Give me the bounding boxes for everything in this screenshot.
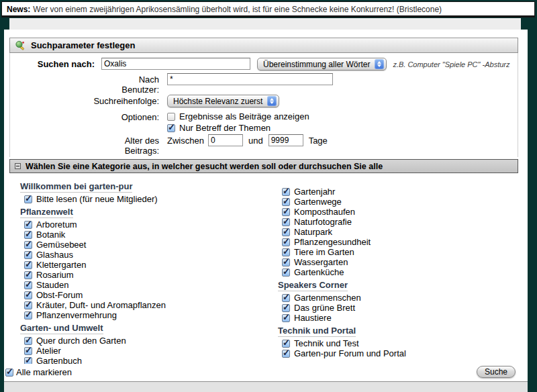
board-checkbox-item[interactable]: Obst-Forum	[24, 290, 278, 300]
order-select[interactable]: Höchste Relevanz zuerst	[167, 95, 279, 107]
checkbox[interactable]	[24, 241, 32, 249]
search-button[interactable]: Suche	[477, 366, 516, 378]
board-label: Gemüsebeet	[36, 240, 86, 250]
board-label: Gartenmenschen	[294, 293, 361, 303]
board-checkbox-item[interactable]: Nur Betreff der Themen	[167, 123, 309, 133]
checkbox[interactable]	[282, 228, 290, 236]
board-checkbox-item[interactable]: Naturpark	[282, 227, 518, 237]
category-group: Technik und PortalTechnik und TestGarten…	[278, 325, 518, 358]
checkbox[interactable]	[282, 208, 290, 216]
checkbox[interactable]	[282, 218, 290, 226]
search-input[interactable]	[101, 58, 250, 70]
board-checkbox-item[interactable]: Das grüne Brett	[282, 303, 518, 313]
checkbox[interactable]	[282, 340, 290, 348]
board-checkbox-item[interactable]: Stauden	[24, 280, 278, 290]
board-label: Glashaus	[36, 250, 73, 260]
checkbox[interactable]	[24, 357, 32, 364]
checkbox[interactable]	[24, 291, 32, 299]
match-words-select[interactable]: Übereinstimmung aller Wörter	[257, 58, 387, 70]
board-checkbox-item[interactable]: Naturfotografie	[282, 217, 518, 227]
select-all[interactable]: Alle markieren	[5, 367, 72, 377]
board-checkbox-item[interactable]: Kräuter, Duft- und Aromapflanzen	[24, 300, 278, 310]
checkbox[interactable]	[282, 258, 290, 266]
board-checkbox-item[interactable]: Wassergarten	[282, 257, 518, 267]
checkbox[interactable]	[24, 337, 32, 345]
board-label: Atelier	[36, 346, 61, 356]
category-group-title[interactable]: Willkommen bei garten-pur	[20, 181, 278, 193]
board-checkbox-item[interactable]: Glashaus	[24, 250, 278, 260]
checkbox[interactable]	[24, 261, 32, 269]
checkbox[interactable]	[167, 113, 175, 121]
board-label: Nur Betreff der Themen	[179, 123, 271, 133]
category-group-title[interactable]: Speakers Corner	[278, 279, 518, 291]
checkbox[interactable]	[24, 221, 32, 229]
board-checkbox-item[interactable]: Pflanzengesundheit	[282, 237, 518, 247]
age-label: Alter des Beitrags:	[10, 134, 163, 156]
board-checkbox-item[interactable]: Arboretum	[24, 219, 278, 230]
board-checkbox-item[interactable]: Bitte lesen (für neue Mitglieder)	[24, 194, 278, 204]
checkbox[interactable]	[24, 347, 32, 355]
checkbox[interactable]	[24, 195, 32, 203]
board-checkbox-item[interactable]: Atelier	[24, 346, 278, 356]
board-checkbox-item[interactable]: Rosarium	[24, 270, 278, 280]
age-min-input[interactable]	[208, 134, 243, 146]
checkbox[interactable]	[282, 314, 290, 322]
board-label: Quer durch den Garten	[36, 336, 126, 346]
board-label: Ergebnisse als Beiträge anzeigen	[179, 111, 309, 121]
news-bar: News:Wer von einem zweijährigen Aprikose…	[1, 1, 535, 17]
board-label: Tiere im Garten	[294, 247, 354, 257]
checkbox[interactable]	[24, 311, 32, 320]
row-search-for: Suchen nach: Übereinstimmung aller Wörte…	[10, 58, 518, 70]
board-checkbox-item[interactable]: Garten-pur Forum und Portal	[282, 348, 518, 358]
category-group: Garten- und UmweltQuer durch den GartenA…	[20, 322, 278, 364]
user-input[interactable]	[167, 73, 333, 85]
category-group-title[interactable]: Garten- und Umwelt	[20, 322, 278, 334]
search-params-icon	[15, 40, 26, 50]
board-checkbox-item[interactable]: Gartenmenschen	[282, 293, 518, 303]
checkbox[interactable]	[282, 304, 290, 312]
age-and-label: und	[248, 136, 263, 146]
checkbox[interactable]	[282, 294, 290, 302]
search-hint: z.B. Computer "Spiele PC" -Absturz	[393, 60, 509, 68]
checkbox[interactable]	[282, 350, 290, 358]
page: News:Wer von einem zweijährigen Aprikose…	[0, 0, 537, 392]
board-label: Garten-pur Forum und Portal	[294, 348, 406, 358]
board-label: Stauden	[36, 280, 68, 290]
category-group-title[interactable]: Pflanzenwelt	[20, 206, 278, 218]
board-label: Rosarium	[36, 270, 74, 280]
board-checkbox-item[interactable]: Komposthaufen	[282, 207, 518, 217]
checkbox[interactable]	[167, 124, 175, 132]
board-checkbox-item[interactable]: Ergebnisse als Beiträge anzeigen	[167, 111, 309, 121]
age-max-input[interactable]	[268, 134, 303, 146]
board-checkbox-item[interactable]: Gartenjahr	[282, 187, 518, 197]
board-label: Gartenjahr	[294, 187, 335, 197]
age-controls: Zwischen und Tage	[167, 134, 328, 146]
board-checkbox-item[interactable]: Haustiere	[282, 313, 518, 323]
board-checkbox-item[interactable]: Quer durch den Garten	[24, 336, 278, 346]
board-checkbox-item[interactable]: Technik und Test	[282, 338, 518, 348]
board-checkbox-item[interactable]: Gemüsebeet	[24, 240, 278, 250]
board-label: Arboretum	[36, 219, 77, 230]
board-checkbox-item[interactable]: Klettergarten	[24, 260, 278, 270]
category-group-title[interactable]: Technik und Portal	[278, 325, 518, 337]
board-checkbox-item[interactable]: Botanik	[24, 230, 278, 240]
checkbox[interactable]	[24, 301, 32, 309]
board-checkbox-item[interactable]: Gartenwege	[282, 197, 518, 207]
checkbox[interactable]	[282, 248, 290, 256]
board-checkbox-item[interactable]: Tiere im Garten	[282, 247, 518, 257]
board-checkbox-item[interactable]: Gartenküche	[282, 267, 518, 277]
collapse-icon[interactable]	[15, 163, 21, 169]
select-all-checkbox[interactable]	[5, 369, 13, 377]
checkbox[interactable]	[282, 268, 290, 277]
checkbox[interactable]	[24, 271, 32, 279]
checkbox[interactable]	[24, 281, 32, 289]
checkbox[interactable]	[282, 188, 290, 196]
board-checkbox-item[interactable]: Pflanzenvermehrung	[24, 310, 278, 320]
checkbox[interactable]	[24, 251, 32, 259]
row-order: Suchreihenfolge: Höchste Relevanz zuerst	[10, 95, 518, 109]
checkbox[interactable]	[282, 198, 290, 206]
checkbox[interactable]	[24, 231, 32, 239]
board-checkbox-item[interactable]: Gartenbuch	[24, 356, 278, 364]
category-group: Speakers CornerGartenmenschenDas grüne B…	[278, 279, 518, 323]
checkbox[interactable]	[282, 238, 290, 246]
